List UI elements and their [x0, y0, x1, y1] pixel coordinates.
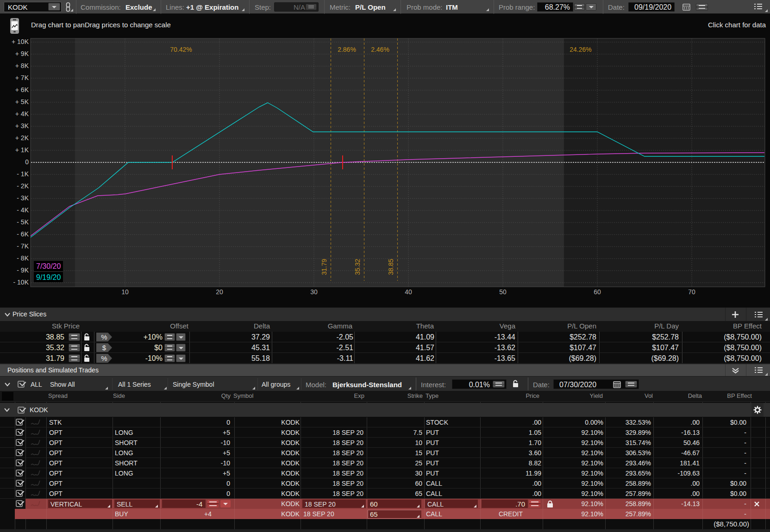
svg-text:0: 0	[25, 158, 29, 166]
svg-text:10: 10	[121, 288, 129, 296]
svg-text:30: 30	[310, 288, 318, 296]
svg-text:70: 70	[688, 288, 695, 296]
svg-text:2.86%: 2.86%	[338, 46, 356, 53]
svg-text:- 10K: - 10K	[13, 278, 29, 286]
svg-text:- 4K: - 4K	[17, 206, 29, 214]
svg-text:35.32: 35.32	[354, 259, 361, 275]
svg-text:Click chart for data: Click chart for data	[708, 21, 766, 29]
svg-text:+ 4K: + 4K	[15, 110, 29, 118]
svg-text:+ 8K: + 8K	[15, 62, 29, 69]
svg-text:- 2K: - 2K	[17, 182, 29, 190]
svg-text:9/19/20: 9/19/20	[36, 273, 61, 281]
svg-text:+ 5K: + 5K	[15, 98, 29, 105]
svg-text:50: 50	[499, 288, 507, 296]
svg-text:40: 40	[405, 288, 412, 296]
svg-text:+ 10K: + 10K	[12, 38, 29, 45]
svg-text:24.26%: 24.26%	[570, 46, 591, 53]
svg-text:+ 1K: + 1K	[15, 146, 29, 154]
svg-text:- 1K: - 1K	[17, 170, 29, 178]
svg-text:+ 3K: + 3K	[15, 122, 29, 130]
svg-text:7/30/20: 7/30/20	[36, 262, 61, 270]
svg-text:31.79: 31.79	[320, 259, 328, 275]
svg-text:- 8K: - 8K	[17, 254, 29, 262]
svg-text:- 5K: - 5K	[17, 218, 29, 226]
svg-text:20: 20	[216, 288, 223, 296]
svg-text:- 6K: - 6K	[17, 230, 29, 238]
svg-text:- 9K: - 9K	[17, 266, 29, 274]
svg-text:Drag chart to panDrag prices t: Drag chart to panDrag prices to change s…	[31, 21, 171, 29]
svg-text:+ 2K: + 2K	[15, 134, 29, 142]
svg-text:38.85: 38.85	[387, 259, 394, 275]
svg-text:70.42%: 70.42%	[170, 46, 192, 53]
svg-text:+ 7K: + 7K	[15, 74, 29, 81]
svg-text:- 3K: - 3K	[17, 194, 29, 202]
svg-text:2.46%: 2.46%	[371, 46, 389, 53]
svg-text:- 7K: - 7K	[17, 242, 29, 250]
svg-text:60: 60	[594, 288, 601, 296]
svg-text:+ 9K: + 9K	[15, 50, 29, 57]
svg-text:+ 6K: + 6K	[15, 86, 29, 93]
